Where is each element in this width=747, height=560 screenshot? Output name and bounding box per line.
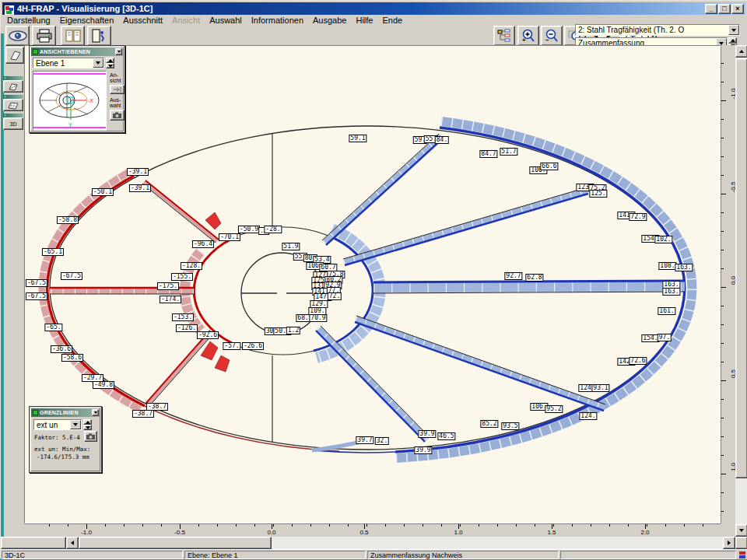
- exit-button[interactable]: [87, 26, 111, 46]
- ansicht-panel-titlebar[interactable]: ANSICHT/EBENEN: [31, 47, 123, 56]
- grenzlinien-camera-button[interactable]: [84, 431, 97, 442]
- ansicht-apply-button[interactable]: [110, 85, 124, 94]
- ruler-tick: [385, 524, 386, 527]
- grenzlinien-panel-close[interactable]: [92, 409, 99, 416]
- minimize-button[interactable]: _: [705, 4, 717, 14]
- ruler-tick: [721, 343, 724, 344]
- value-label: 163.: [662, 288, 680, 296]
- mini-panel-plane[interactable]: [3, 76, 23, 93]
- ruler-tick: [665, 524, 666, 527]
- ruler-tick-major: [721, 474, 726, 474]
- value-label: 51.7: [500, 148, 517, 156]
- ruler-tick: [721, 250, 724, 250]
- menu-item-ende[interactable]: Ende: [377, 16, 407, 26]
- vertical-ruler: -1.0-0.50.00.51.0: [721, 45, 735, 523]
- loadcase-combo[interactable]: 2: Stahl Tragfähigkeit (Th. 2. O: [575, 24, 740, 36]
- plane-mini-icon: [8, 82, 19, 91]
- value-label: -67.5: [26, 292, 47, 300]
- ruler-tick: [68, 524, 68, 527]
- value-label: 84.7: [479, 150, 497, 158]
- value-labels-layer: -39.1-39.1-50.1-58.8-65.1-67.5-67.5-67.5…: [25, 46, 720, 523]
- panel-icon: [33, 410, 38, 415]
- value-label: 108.: [658, 262, 676, 270]
- view-eye-button[interactable]: [5, 26, 30, 46]
- ruler-tick: [217, 524, 218, 527]
- plan-preview[interactable]: -X Y: [33, 71, 107, 131]
- ruler-tick: [721, 324, 724, 325]
- value-label: -49.8: [93, 381, 114, 389]
- plane-select-button[interactable]: [5, 47, 24, 64]
- grenzlinien-panel[interactable]: GRENZLINIEN ext un Faktor: 5.E-4 ext un:…: [29, 406, 102, 473]
- grenzlinien-spinner[interactable]: [83, 419, 92, 430]
- ruler-tick-major: [721, 194, 726, 194]
- status-ebene: Ebene: Ebene 1: [184, 551, 366, 559]
- menu-item-ausschnitt[interactable]: Ausschnitt: [118, 16, 167, 26]
- scroll-up-button[interactable]: [735, 45, 747, 58]
- window-title: 4H-FRAP - Visualisierung [3D-1C]: [17, 4, 153, 13]
- grenzlinien-combo-arrow[interactable]: [70, 420, 81, 429]
- ruler-tick: [516, 524, 517, 527]
- menu-item-darstellung[interactable]: Darstellung: [2, 16, 55, 26]
- menu-item-eigenschaften[interactable]: Eigenschaften: [55, 16, 119, 26]
- ebene-combo-arrow[interactable]: [93, 58, 103, 68]
- menu-item-informationen[interactable]: Informationen: [247, 16, 308, 26]
- mini-panel-header: [3, 114, 23, 117]
- mini-panel-3d[interactable]: 3D: [3, 114, 23, 130]
- value-label: -70.1: [219, 233, 240, 241]
- ansicht-panel-title: ANSICHT/EBENEN: [40, 49, 115, 54]
- svg-text:−: −: [545, 37, 549, 43]
- zoom-out-icon: −: [545, 29, 559, 43]
- maximize-button[interactable]: □: [718, 4, 731, 14]
- loadcase-combo-arrow[interactable]: [728, 25, 739, 35]
- ruler-tick: [423, 524, 423, 527]
- ruler-tick: [721, 418, 724, 418]
- ruler-tick: [292, 524, 293, 527]
- value-label: 32.: [375, 437, 389, 445]
- ruler-tick-major: [721, 380, 726, 381]
- ansicht-panel-close[interactable]: [115, 48, 122, 55]
- horizontal-scroll-thumb[interactable]: [79, 537, 272, 549]
- value-label: 102.: [654, 236, 672, 243]
- print-button[interactable]: [32, 26, 56, 46]
- mini-panel-mesh[interactable]: [3, 95, 23, 111]
- grenzlinien-panel-title: GRENZLINIEN: [40, 410, 92, 415]
- vertical-scrollbar[interactable]: [735, 45, 747, 537]
- auswahl-camera-button[interactable]: [110, 110, 124, 121]
- ruler-tick: [721, 268, 724, 269]
- manual-button[interactable]: [61, 26, 85, 46]
- grenzlinien-panel-titlebar[interactable]: GRENZLINIEN: [31, 408, 100, 417]
- value-label: -65.: [44, 324, 62, 331]
- camera-icon: [86, 433, 96, 440]
- value-label: -153.: [172, 313, 194, 321]
- menu-item-hilfe[interactable]: Hilfe: [351, 16, 377, 26]
- svg-text:+: +: [522, 37, 526, 43]
- options-tree-icon: [497, 29, 511, 43]
- ebene-combo[interactable]: Ebene 1: [33, 58, 104, 68]
- ruler-tick: [366, 524, 367, 527]
- display-options-button[interactable]: [493, 26, 515, 46]
- scroll-down-button[interactable]: [735, 524, 747, 537]
- ruler-tick: [591, 524, 591, 527]
- loadcase-combo-value: 2: Stahl Tragfähigkeit (Th. 2. O: [576, 26, 728, 34]
- grenzlinien-combo-value: ext un: [34, 421, 70, 429]
- ebene-spinner[interactable]: [106, 58, 114, 68]
- close-button[interactable]: ×: [731, 4, 744, 14]
- ruler-tick: [254, 524, 255, 527]
- zoom-in-button[interactable]: +: [517, 26, 539, 46]
- ruler-label: 1.0: [448, 529, 468, 536]
- grenzlinien-combo[interactable]: ext un: [33, 419, 82, 430]
- ansicht-ebenen-panel[interactable]: ANSICHT/EBENEN Ebene 1: [29, 45, 125, 133]
- scroll-right-button[interactable]: [723, 537, 735, 549]
- zoom-out-button[interactable]: −: [541, 26, 563, 46]
- ruler-tick: [721, 231, 724, 232]
- menu-item-auswahl[interactable]: Auswahl: [205, 16, 247, 26]
- drawing-canvas[interactable]: -39.1-39.1-50.1-58.8-65.1-67.5-67.5-67.5…: [24, 45, 721, 523]
- scroll-left-button[interactable]: [66, 537, 79, 549]
- menu-item-ausgabe[interactable]: Ausgabe: [308, 16, 351, 26]
- vertical-scroll-thumb[interactable]: [735, 58, 747, 478]
- ruler-tick: [721, 212, 724, 213]
- ruler-tick: [460, 524, 461, 527]
- horizontal-scrollbar[interactable]: [1, 537, 735, 549]
- mini-panel-header: [3, 76, 23, 80]
- exit-door-icon: [91, 29, 108, 43]
